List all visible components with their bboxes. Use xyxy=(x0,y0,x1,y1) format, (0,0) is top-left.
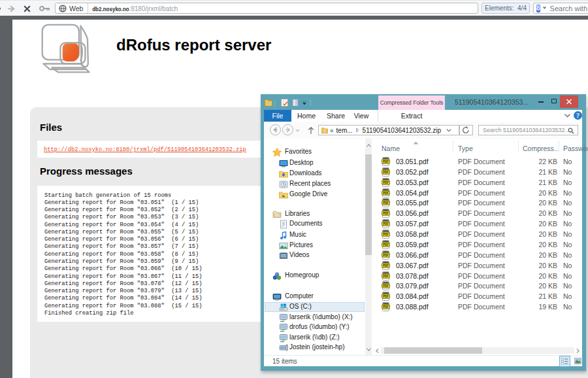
svg-text:PDF: PDF xyxy=(383,264,389,267)
svg-text:PDF: PDF xyxy=(383,305,389,309)
svg-text:PDF: PDF xyxy=(383,254,389,257)
svg-text:PDF: PDF xyxy=(383,201,389,205)
svg-text:PDF: PDF xyxy=(383,243,389,247)
svg-text:PDF: PDF xyxy=(383,295,389,298)
svg-text:PDF: PDF xyxy=(383,284,389,288)
svg-text:PDF: PDF xyxy=(383,212,389,215)
svg-text:?: ? xyxy=(576,112,580,119)
svg-text:PDF: PDF xyxy=(383,275,389,278)
svg-text:PDF: PDF xyxy=(383,222,389,226)
svg-text:PDF: PDF xyxy=(383,171,389,174)
svg-text:PDF: PDF xyxy=(383,233,389,236)
svg-text:PDF: PDF xyxy=(383,160,389,163)
svg-text:PDF: PDF xyxy=(383,181,389,184)
svg-text:PDF: PDF xyxy=(383,192,389,195)
